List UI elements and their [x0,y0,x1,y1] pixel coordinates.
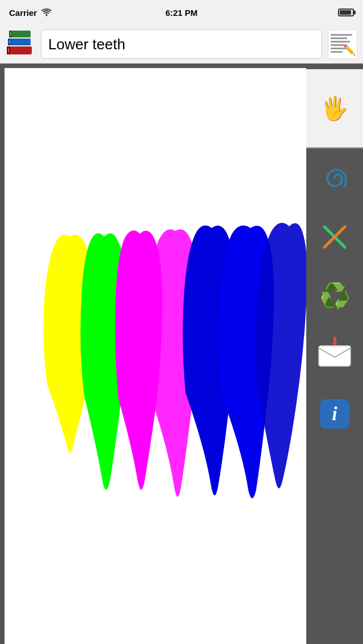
svg-rect-6 [9,40,10,44]
hand-icon: 🖐️ [320,97,349,120]
svg-rect-4 [8,39,31,45]
spiral-icon [320,163,349,193]
svg-rect-9 [8,48,9,53]
wifi-icon [41,9,52,16]
svg-rect-3 [10,32,11,36]
header-area: ✏️ [0,25,363,63]
main-layout: 🖐️ ♻️ [0,63,363,644]
status-left: Carrier [9,8,52,18]
cross-icon [320,222,349,252]
canvas-area[interactable] [5,68,306,644]
recycle-tool-button[interactable]: ♻️ [316,278,353,314]
svg-point-0 [46,15,48,16]
pencil-icon: ✏️ [343,44,356,56]
info-tool-button[interactable]: i [316,396,353,432]
right-sidebar: 🖐️ ♻️ [306,63,363,644]
svg-rect-12 [319,346,351,366]
info-icon: i [320,399,349,429]
sidebar-dark-section: ♻️ ⬇ i [306,149,363,644]
recycle-icon: ♻️ [319,283,351,308]
battery-icon [338,9,354,16]
books-icon[interactable] [6,29,35,59]
sidebar-top-section: 🖐️ [306,69,363,149]
mail-arrow-icon: ⬇ [330,334,340,348]
hand-tool-button[interactable]: 🖐️ [316,90,353,126]
status-right [338,9,354,16]
spiral-tool-button[interactable] [316,160,353,196]
status-time: 6:21 PM [166,8,198,18]
svg-rect-7 [7,46,32,54]
cross-tool-button[interactable] [316,219,353,255]
status-bar: Carrier 6:21 PM [0,0,363,25]
books-svg [6,29,35,59]
doc-thumbnail[interactable]: ✏️ [328,29,357,59]
teeth-drawing [5,68,306,644]
mail-container: ⬇ [318,340,352,370]
doc-lines: ✏️ [328,30,357,58]
svg-rect-1 [9,31,31,37]
mail-tool-button[interactable]: ⬇ [316,337,353,373]
carrier-label: Carrier [9,8,37,18]
title-input[interactable] [41,29,322,59]
